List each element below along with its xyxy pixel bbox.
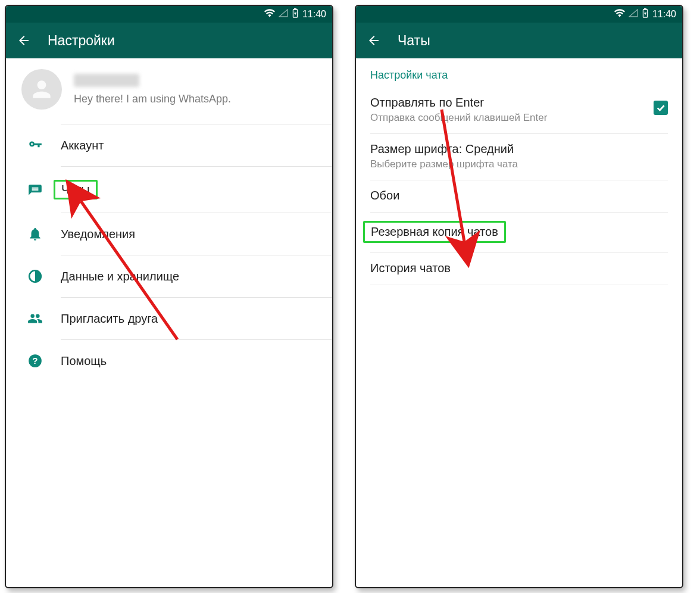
setting-title: Отправлять по Enter [370, 96, 668, 110]
profile-name-blurred [74, 74, 139, 87]
svg-text:?: ? [32, 355, 38, 366]
menu-label: Аккаунт [61, 139, 104, 152]
setting-subtitle: Выберите размер шрифта чата [370, 158, 668, 170]
status-bar: 11:40 [356, 6, 682, 23]
menu-chats[interactable]: Чаты [6, 167, 332, 213]
menu-label: Пригласить друга [61, 312, 158, 326]
appbar-title: Чаты [398, 33, 430, 49]
setting-history[interactable]: История чатов [356, 253, 682, 285]
battery-icon [642, 8, 649, 20]
menu-data[interactable]: Данные и хранилище [6, 255, 332, 297]
back-icon[interactable] [17, 33, 31, 48]
divider [370, 285, 668, 285]
menu-label: Данные и хранилище [61, 270, 179, 283]
data-icon [27, 269, 43, 284]
back-icon[interactable] [367, 33, 381, 48]
chats-settings-content: Настройки чата Отправлять по Enter Отпра… [356, 58, 682, 285]
appbar-title: Настройки [48, 33, 115, 49]
phone-right: 11:40 Чаты Настройки чата Отправлять по … [355, 5, 683, 588]
profile-row[interactable]: Hey there! I am using WhatsApp. [6, 58, 332, 124]
setting-title: Обои [370, 189, 668, 202]
menu-notifications[interactable]: Уведомления [6, 213, 332, 255]
menu-help[interactable]: ? Помощь [6, 340, 332, 382]
chat-icon [27, 182, 43, 198]
status-time: 11:40 [302, 9, 326, 20]
phone-left: 11:40 Настройки Hey there! I am using Wh… [5, 5, 333, 588]
settings-content: Hey there! I am using WhatsApp. Аккаунт … [6, 58, 332, 382]
setting-enter-send[interactable]: Отправлять по Enter Отправка сообщений к… [356, 88, 682, 133]
setting-wallpaper[interactable]: Обои [356, 180, 682, 212]
menu-label: Помощь [61, 354, 107, 368]
svg-rect-1 [295, 8, 296, 10]
people-icon [27, 311, 43, 326]
avatar [21, 69, 62, 110]
setting-title: История чатов [370, 261, 668, 275]
checkbox-checked[interactable] [654, 101, 668, 115]
signal-icon [279, 9, 288, 20]
signal-icon [629, 9, 638, 20]
section-header: Настройки чата [356, 58, 682, 88]
setting-backup[interactable]: Резервная копия чатов [356, 213, 682, 252]
setting-font-size[interactable]: Размер шрифта: Средний Выберите размер ш… [356, 134, 682, 180]
menu-label: Уведомления [61, 227, 135, 241]
status-time: 11:40 [652, 9, 676, 20]
bell-icon [27, 226, 43, 242]
menu-invite[interactable]: Пригласить друга [6, 298, 332, 339]
appbar: Настройки [6, 23, 332, 58]
wifi-icon [614, 9, 625, 20]
status-bar: 11:40 [6, 6, 332, 23]
setting-subtitle: Отправка сообщений клавишей Enter [370, 112, 668, 124]
menu-account[interactable]: Аккаунт [6, 124, 332, 166]
appbar: Чаты [356, 23, 682, 58]
setting-title: Размер шрифта: Средний [370, 142, 668, 156]
help-icon: ? [27, 353, 43, 369]
key-icon [27, 138, 43, 153]
profile-status: Hey there! I am using WhatsApp. [74, 93, 231, 105]
menu-label: Чаты [54, 180, 98, 199]
setting-title: Резервная копия чатов [363, 221, 506, 243]
battery-icon [292, 8, 299, 20]
wifi-icon [264, 9, 275, 20]
svg-rect-7 [645, 8, 646, 10]
